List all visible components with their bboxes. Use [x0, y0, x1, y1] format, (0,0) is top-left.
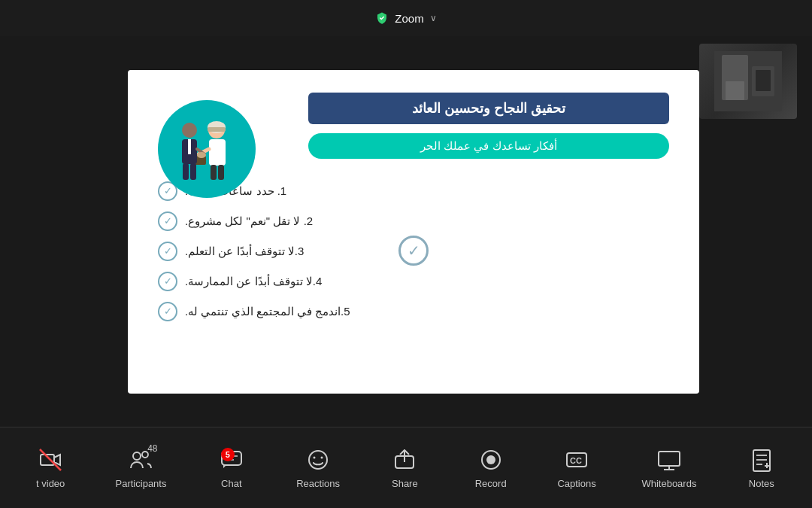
svg-rect-20 [726, 81, 744, 100]
chevron-down-icon[interactable]: ∨ [430, 13, 437, 23]
chat-badge: 5 [221, 448, 235, 461]
whiteboards-icon [656, 446, 683, 473]
captions-button[interactable]: CC Captions [547, 440, 607, 495]
svg-point-23 [133, 452, 141, 460]
svg-rect-6 [218, 165, 224, 180]
participants-label: Participants [116, 478, 167, 489]
list-item: 5.اندمج في المجتمع الذي تنتمي له. ✓ [158, 302, 624, 321]
list-item: 2. لا تقل "نعم" لكل مشروع. ✓ [158, 211, 624, 231]
toolbar: t video 48 Participants 5 Chat [0, 427, 812, 508]
svg-rect-19 [756, 70, 771, 91]
reactions-button[interactable]: Reactions [287, 440, 349, 495]
shield-icon [375, 11, 389, 25]
notes-icon [748, 446, 775, 473]
handshake-illustration [165, 108, 248, 190]
participants-icon: 48 [127, 446, 154, 473]
chat-icon: 5 [218, 446, 245, 473]
slide-title: تحقيق النجاح وتحسين العائد [308, 93, 669, 124]
chat-button[interactable]: 5 Chat [201, 440, 262, 495]
notes-button[interactable]: Notes [732, 440, 792, 495]
captions-icon: CC [563, 446, 590, 473]
stop-video-icon [37, 446, 64, 473]
share-icon [391, 446, 418, 473]
svg-text:CC: CC [570, 456, 582, 465]
list-item: 4.لا تتوقف أبدًا عن الممارسة. ✓ [158, 272, 624, 291]
check-icon-4: ✓ [158, 272, 177, 291]
big-check-icon: ✓ [398, 236, 429, 266]
list-text-4: 4.لا تتوقف أبدًا عن الممارسة. [185, 275, 322, 288]
chat-label: Chat [221, 478, 241, 489]
whiteboards-label: Whiteboards [641, 478, 696, 489]
check-icon-2: ✓ [158, 211, 177, 231]
list-text-5: 5.اندمج في المجتمع الذي تنتمي له. [185, 305, 350, 318]
check-icon-5: ✓ [158, 302, 177, 321]
captions-label: Captions [557, 478, 595, 489]
svg-rect-1 [209, 139, 226, 166]
presentation-slide: ✓ تحقيق النجاح وتحسين العائد أفكار تساعد… [128, 70, 699, 394]
slide-subtitle: أفكار تساعدك في عملك الحر [308, 133, 669, 159]
app-title-area: Zoom ∨ [375, 11, 436, 25]
stop-video-button[interactable]: t video [20, 440, 80, 495]
svg-point-29 [314, 457, 316, 459]
reactions-icon [304, 446, 332, 473]
share-label: Share [392, 478, 418, 489]
list-text-2: 2. لا تقل "نعم" لكل مشروع. [185, 214, 313, 228]
record-label: Record [475, 478, 507, 489]
svg-point-28 [309, 451, 327, 469]
svg-point-30 [321, 457, 323, 459]
svg-point-34 [486, 455, 495, 464]
notes-label: Notes [749, 478, 774, 489]
svg-point-9 [182, 123, 197, 138]
slide-illustration [158, 100, 256, 198]
svg-line-22 [40, 449, 61, 470]
share-button[interactable]: Share [374, 440, 435, 495]
svg-rect-15 [190, 163, 196, 180]
room-scene [714, 51, 782, 111]
svg-point-13 [197, 152, 206, 158]
svg-rect-37 [659, 452, 680, 466]
camera-preview [699, 44, 797, 119]
list-item: 3.لا تتوقف أبدًا عن التعلم. ✓ [158, 242, 624, 261]
svg-rect-3 [208, 127, 226, 132]
app-name: Zoom [395, 12, 423, 25]
title-bar: Zoom ∨ [0, 0, 812, 36]
stop-video-label: t video [36, 478, 65, 489]
svg-rect-14 [183, 163, 189, 180]
record-icon [477, 446, 504, 473]
record-button[interactable]: Record [461, 440, 521, 495]
check-icon-3: ✓ [158, 242, 177, 261]
svg-rect-11 [188, 139, 191, 154]
list-text-3: 3.لا تتوقف أبدًا عن التعلم. [185, 245, 304, 258]
camera-feed [699, 44, 797, 119]
main-area: ✓ تحقيق النجاح وتحسين العائد أفكار تساعد… [0, 36, 812, 427]
whiteboards-button[interactable]: Whiteboards [632, 440, 705, 495]
reactions-label: Reactions [296, 478, 340, 489]
participants-count: 48 [147, 443, 157, 454]
participants-button[interactable]: 48 Participants [107, 440, 176, 495]
svg-rect-5 [211, 165, 217, 180]
